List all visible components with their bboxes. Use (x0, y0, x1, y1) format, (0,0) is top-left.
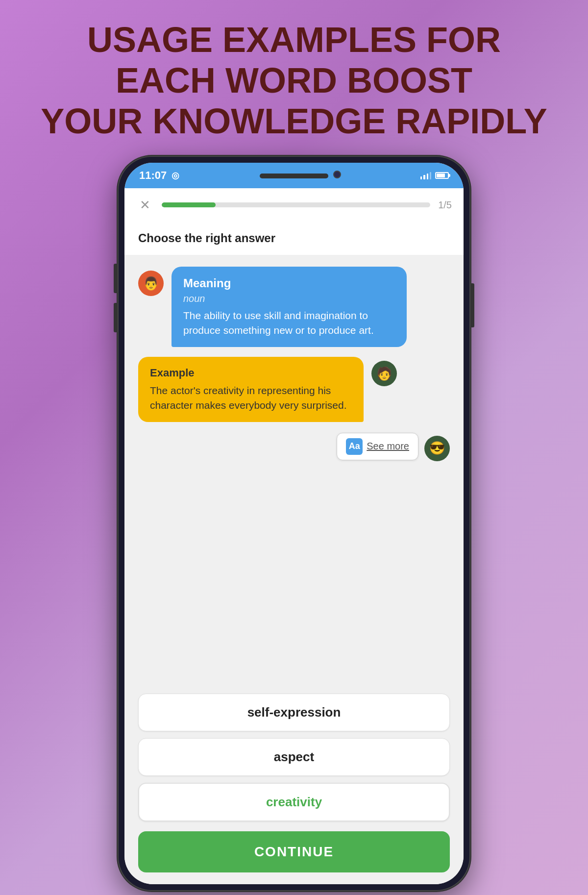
answer-option-2[interactable]: aspect (138, 738, 450, 776)
answer-option-1[interactable]: self-expression (138, 694, 450, 731)
status-time: 11:07 (139, 169, 167, 182)
example-title: Example (150, 367, 352, 379)
status-right (420, 172, 449, 179)
app-screen: ✕ 1/5 Choose the right answer 👨 (124, 188, 464, 884)
close-button[interactable]: ✕ (136, 196, 154, 214)
meaning-row: 👨 Meaning noun The ability to use skill … (138, 267, 450, 347)
user-avatar-right2: 😎 (424, 436, 450, 461)
phone-speaker (260, 174, 328, 178)
example-text: The actor's creativity in representing h… (150, 383, 352, 412)
battery-icon (435, 172, 449, 179)
meaning-pos: noun (183, 293, 395, 304)
user-avatar-left: 👨 (138, 271, 164, 296)
phone-inner: 11:07 ◎ (124, 163, 464, 884)
wifi-icon: ◎ (172, 170, 179, 181)
progress-bar-fill (162, 202, 216, 207)
headline: USAGE EXAMPLES FOR EACH WORD BOOST YOUR … (11, 0, 576, 156)
answer-option-3[interactable]: creativity (138, 783, 450, 821)
headline-line3: YOUR KNOWLEDGE RAPIDLY (41, 101, 547, 142)
user-avatar-right1: 🧑 (371, 361, 397, 386)
progress-fraction: 1/5 (438, 199, 452, 211)
question-area: Choose the right answer (124, 222, 464, 255)
phone-outer: 11:07 ◎ (118, 156, 470, 891)
see-more-label: See more (367, 441, 409, 452)
progress-bar-container (162, 202, 430, 207)
example-row: Example The actor's creativity in repres… (138, 357, 450, 422)
phone-side-btn-left2 (114, 303, 117, 332)
continue-button[interactable]: CONTINUE (138, 831, 450, 872)
phone-side-btn-right (471, 283, 474, 327)
top-bar: ✕ 1/5 (124, 188, 464, 222)
question-label: Choose the right answer (138, 231, 450, 245)
meaning-bubble: Meaning noun The ability to use skill an… (172, 267, 407, 347)
see-more-icon: Aa (346, 438, 363, 455)
phone-side-btn-left1 (114, 264, 117, 293)
phone-wrapper: 11:07 ◎ (118, 156, 470, 891)
headline-line1: USAGE EXAMPLES FOR (41, 20, 547, 60)
headline-line2: EACH WORD BOOST (41, 60, 547, 101)
status-left: 11:07 ◎ (139, 169, 179, 182)
answers-area: self-expression aspect creativity (124, 694, 464, 831)
signal-icon (420, 172, 431, 179)
example-bubble: Example The actor's creativity in repres… (138, 357, 364, 422)
see-more-row: Aa See more 😎 (138, 432, 450, 461)
meaning-text: The ability to use skill and imagination… (183, 308, 395, 337)
meaning-title: Meaning (183, 276, 395, 290)
see-more-button[interactable]: Aa See more (337, 433, 418, 460)
chat-area: 👨 Meaning noun The ability to use skill … (124, 255, 464, 694)
